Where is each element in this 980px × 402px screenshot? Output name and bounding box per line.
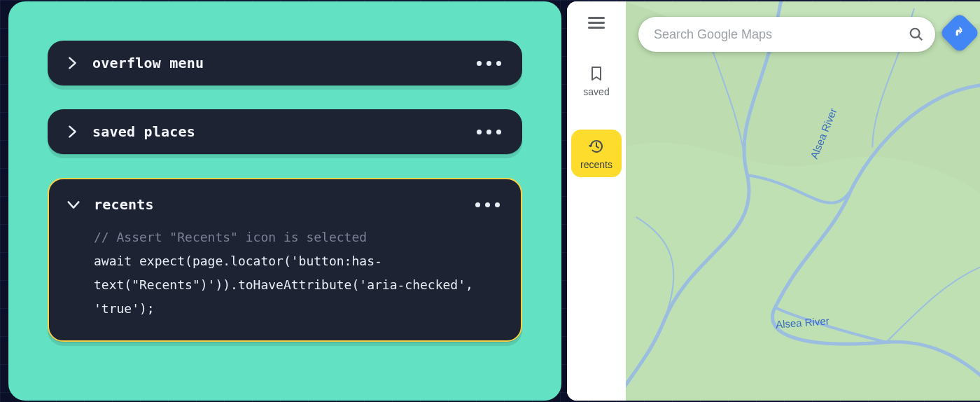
spec-row-saved-places[interactable]: saved places	[48, 109, 522, 154]
spec-row-header: recents	[66, 196, 500, 213]
bookmark-icon	[588, 65, 605, 82]
svg-point-1	[911, 29, 920, 38]
app-stage: overflow menu saved places recents	[0, 0, 980, 402]
spec-row-header: saved places	[64, 123, 501, 140]
search-icon[interactable]	[909, 27, 924, 42]
code-block: // Assert "Recents" icon is selected awa…	[66, 226, 500, 321]
chevron-right-icon	[64, 55, 80, 71]
more-icon[interactable]	[477, 130, 501, 134]
code-body: await expect(page.locator('button:has-te…	[94, 254, 481, 316]
sidebar-item-label: saved	[583, 86, 609, 97]
sidebar-item-saved[interactable]: saved	[571, 57, 622, 104]
more-icon[interactable]	[477, 61, 501, 66]
map-app: saved recents	[567, 1, 980, 401]
map-sidebar: saved recents	[567, 1, 626, 401]
map-terrain-svg	[626, 1, 980, 401]
spec-panel: overflow menu saved places recents	[8, 1, 561, 401]
sidebar-item-label: recents	[580, 159, 612, 170]
spec-row-recents[interactable]: recents // Assert "Recents" icon is sele…	[48, 178, 522, 342]
more-icon[interactable]	[475, 202, 500, 207]
search-input[interactable]	[654, 27, 900, 42]
chevron-down-icon	[66, 197, 81, 212]
spec-row-title: recents	[94, 196, 154, 213]
code-comment: // Assert "Recents" icon is selected	[94, 230, 367, 244]
history-icon	[588, 138, 605, 155]
spec-row-header: overflow menu	[64, 55, 501, 71]
hamburger-icon[interactable]	[588, 14, 605, 32]
spec-row-title: saved places	[92, 123, 195, 140]
spec-row-title: overflow menu	[92, 55, 204, 71]
spec-row-overflow-menu[interactable]: overflow menu	[48, 41, 522, 85]
search-bar[interactable]	[638, 17, 935, 52]
sidebar-item-recents[interactable]: recents	[571, 130, 622, 177]
map-canvas[interactable]: Alsea River Alsea River	[626, 1, 980, 401]
chevron-right-icon	[64, 124, 80, 139]
